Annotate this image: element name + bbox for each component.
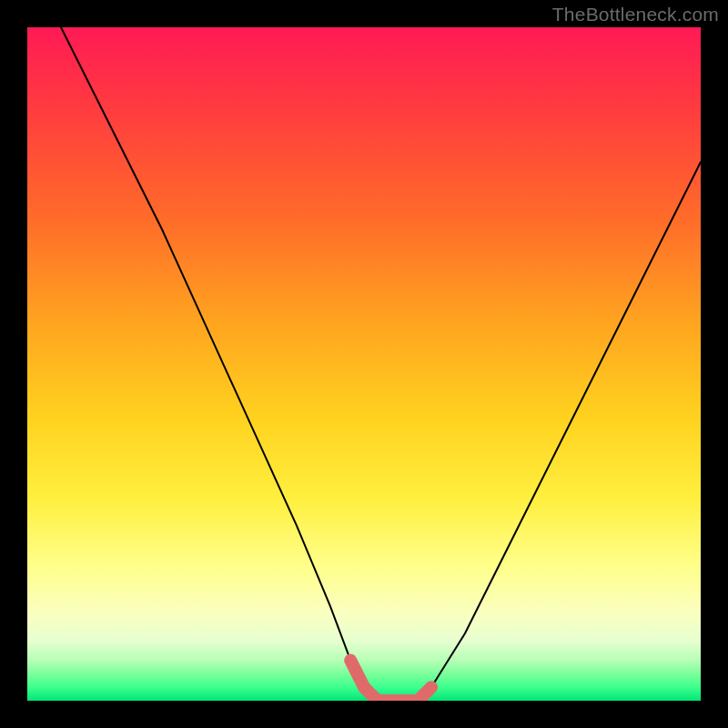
watermark-text: TheBottleneck.com (552, 4, 719, 25)
chart-frame: TheBottleneck.com (0, 0, 728, 728)
chart-gradient-background (27, 27, 701, 701)
